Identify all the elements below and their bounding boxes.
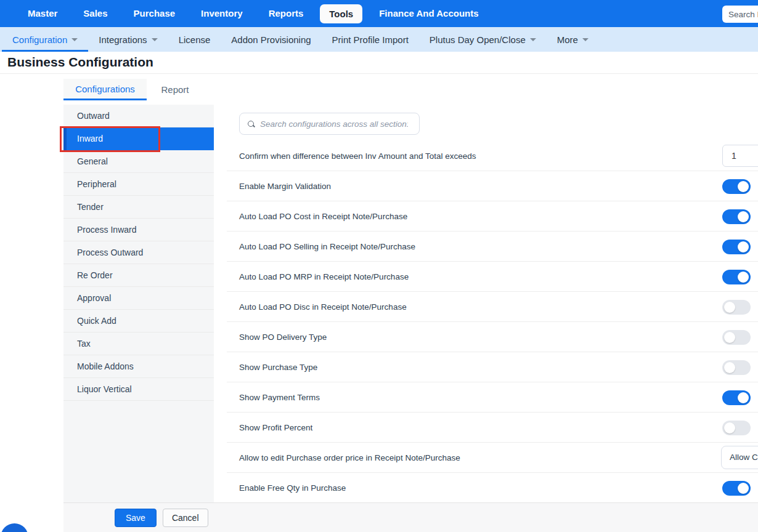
toggle-knob <box>738 241 749 252</box>
global-search-input[interactable] <box>722 6 758 23</box>
subnav-item-label: Configuration <box>12 34 67 45</box>
subnav-item-addon-provisioning[interactable]: Addon Provisioning <box>221 27 321 52</box>
sidebar-item-tax[interactable]: Tax <box>63 332 214 355</box>
setting-label: Enable Free Qty in Purchase <box>227 483 346 493</box>
subnav-item-integrations[interactable]: Integrations <box>88 27 168 52</box>
setting-label: Show PO Delivery Type <box>227 332 327 342</box>
toggle-switch[interactable] <box>722 421 751 435</box>
topnav-item-reports[interactable]: Reports <box>256 0 317 27</box>
toggle-switch[interactable] <box>722 179 751 194</box>
topnav-item-tools[interactable]: Tools <box>320 4 362 23</box>
toggle-switch[interactable] <box>722 270 751 284</box>
topnav-item-inventory[interactable]: Inventory <box>188 0 256 27</box>
toggle-knob <box>738 272 749 283</box>
tab-bar: ConfigurationsReport <box>63 79 203 100</box>
toggle-knob <box>738 181 749 192</box>
chevron-down-icon <box>71 38 78 41</box>
search-icon <box>248 121 255 127</box>
setting-label: Enable Margin Validation <box>227 182 331 191</box>
toggle-knob <box>724 332 735 343</box>
sidebar-item-mobile-addons[interactable]: Mobile Addons <box>63 355 214 378</box>
setting-label: Auto Load PO Cost in Receipt Note/Purcha… <box>227 212 407 221</box>
subnav-item-print-profile-import[interactable]: Print Profile Import <box>322 27 419 52</box>
sidebar-item-re-order[interactable]: Re Order <box>63 264 214 287</box>
sidebar-item-process-outward[interactable]: Process Outward <box>63 241 214 264</box>
save-button[interactable]: Save <box>115 509 157 527</box>
setting-row-auto-load-po-mrp-in-receipt-note-purchase: Auto Load PO MRP in Receipt Note/Purchas… <box>227 262 758 292</box>
tab-configurations[interactable]: Configurations <box>63 79 147 100</box>
setting-label: Show Profit Percent <box>227 423 312 432</box>
toggle-switch[interactable] <box>722 240 751 254</box>
setting-row-auto-load-po-disc-in-receipt-note-purchase: Auto Load PO Disc in Receipt Note/Purcha… <box>227 292 758 322</box>
toggle-switch[interactable] <box>722 209 751 224</box>
cancel-button[interactable]: Cancel <box>163 509 208 527</box>
topnav-item-purchase[interactable]: Purchase <box>121 0 189 27</box>
setting-row-show-profit-percent: Show Profit Percent <box>227 413 758 443</box>
sidebar-item-liquor-vertical[interactable]: Liquor Vertical <box>63 378 214 401</box>
subnav-item-label: Plutus Day Open/Close <box>430 34 526 45</box>
chevron-down-icon <box>582 38 589 41</box>
setting-row-auto-load-po-selling-in-receipt-note-purchase: Auto Load PO Selling in Receipt Note/Pur… <box>227 232 758 262</box>
setting-row-show-payment-terms: Show Payment Terms <box>227 382 758 413</box>
setting-label: Show Payment Terms <box>227 393 320 402</box>
secondary-nav-items: ConfigurationIntegrationsLicenseAddon Pr… <box>0 27 758 52</box>
subnav-item-license[interactable]: License <box>168 27 221 52</box>
setting-value-input[interactable] <box>722 145 758 167</box>
toggle-switch[interactable] <box>722 390 751 405</box>
config-search-input[interactable] <box>260 119 408 129</box>
sidebar-item-inward[interactable]: Inward <box>63 127 214 150</box>
settings-panel: Confirm when difference between Inv Amou… <box>227 105 758 502</box>
toggle-knob <box>724 302 735 313</box>
secondary-navbar: ConfigurationIntegrationsLicenseAddon Pr… <box>0 27 758 52</box>
setting-row-show-po-delivery-type: Show PO Delivery Type <box>227 322 758 352</box>
chevron-down-icon <box>530 38 536 41</box>
setting-label: Auto Load PO Selling in Receipt Note/Pur… <box>227 242 415 251</box>
top-nav-items: MasterSalesPurchaseInventoryReportsTools… <box>0 0 758 27</box>
setting-label: Auto Load PO MRP in Receipt Note/Purchas… <box>227 272 409 281</box>
setting-label: Show Purchase Type <box>227 363 317 372</box>
setting-row-show-purchase-type: Show Purchase Type <box>227 352 758 382</box>
toggle-knob <box>724 362 735 373</box>
page-title: Business Configuration <box>0 52 758 73</box>
subnav-item-label: More <box>557 34 578 45</box>
top-navbar: MasterSalesPurchaseInventoryReportsTools… <box>0 0 758 27</box>
subnav-item-label: License <box>179 34 211 45</box>
config-sections-sidebar: OutwardInwardGeneralPeripheralTenderProc… <box>63 105 214 502</box>
sidebar-item-quick-add[interactable]: Quick Add <box>63 310 214 332</box>
config-search-box <box>239 113 420 135</box>
sidebar-item-approval[interactable]: Approval <box>63 287 214 310</box>
toggle-knob <box>738 483 749 494</box>
topnav-item-master[interactable]: Master <box>15 0 70 27</box>
setting-select[interactable]: Allow Co <box>721 446 758 469</box>
subnav-item-label: Addon Provisioning <box>231 34 311 45</box>
topnav-item-finance-and-accounts[interactable]: Finance And Accounts <box>366 0 491 27</box>
setting-row-enable-margin-validation: Enable Margin Validation <box>227 171 758 201</box>
setting-label: Auto Load PO Disc in Receipt Note/Purcha… <box>227 302 407 312</box>
sidebar-item-process-inward[interactable]: Process Inward <box>63 219 214 241</box>
toggle-knob <box>738 211 749 222</box>
sidebar-item-peripheral[interactable]: Peripheral <box>63 173 214 196</box>
topnav-item-sales[interactable]: Sales <box>70 0 120 27</box>
subnav-item-configuration[interactable]: Configuration <box>2 27 88 52</box>
content-area: ConfigurationsReport OutwardInwardGenera… <box>0 74 758 532</box>
footer-action-bar: Save Cancel <box>63 502 758 532</box>
setting-label: Allow to edit Purchase order price in Re… <box>227 453 460 462</box>
toggle-knob <box>738 392 749 403</box>
tab-report[interactable]: Report <box>147 79 203 100</box>
subnav-item-label: Integrations <box>99 34 147 45</box>
toggle-switch[interactable] <box>722 330 751 345</box>
app-window: MasterSalesPurchaseInventoryReportsTools… <box>0 0 758 532</box>
setting-row-enable-free-qty-in-purchase: Enable Free Qty in Purchase <box>227 473 758 502</box>
sidebar-item-tender[interactable]: Tender <box>63 196 214 219</box>
toggle-switch[interactable] <box>722 481 751 496</box>
toggle-switch[interactable] <box>722 300 751 315</box>
sidebar-item-outward[interactable]: Outward <box>63 105 214 127</box>
toggle-switch[interactable] <box>722 360 751 375</box>
setting-label: Confirm when difference between Inv Amou… <box>227 151 476 161</box>
subnav-item-plutus-day-open-close[interactable]: Plutus Day Open/Close <box>419 27 547 52</box>
sidebar-item-general[interactable]: General <box>63 150 214 173</box>
subnav-item-label: Print Profile Import <box>332 34 409 45</box>
settings-rows: Confirm when difference between Inv Amou… <box>227 141 758 502</box>
setting-row-allow-to-edit-purchase-order-price-in-receipt-note-purchase: Allow to edit Purchase order price in Re… <box>227 443 758 473</box>
subnav-item-more[interactable]: More <box>547 27 599 52</box>
